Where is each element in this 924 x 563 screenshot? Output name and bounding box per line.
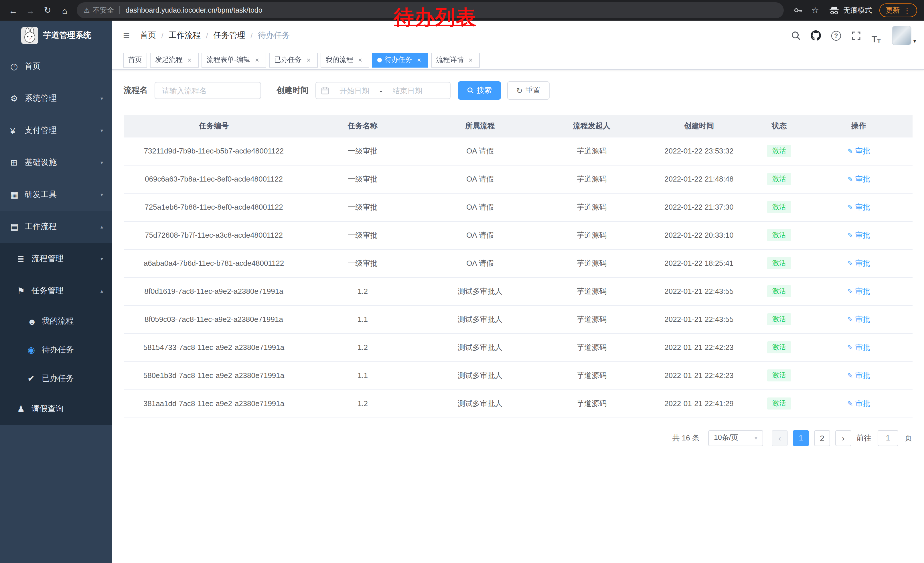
- close-icon[interactable]: ×: [253, 56, 261, 64]
- breadcrumb-home[interactable]: 首页: [140, 30, 156, 41]
- breadcrumb-workflow[interactable]: 工作流程: [169, 30, 201, 41]
- tab-start-process[interactable]: 发起流程 ×: [150, 53, 199, 67]
- action-cell: ✎审批: [805, 249, 912, 277]
- sidebar-item-payment[interactable]: ¥ 支付管理 ▾: [0, 114, 112, 147]
- approve-link[interactable]: ✎审批: [847, 314, 870, 324]
- app-logo[interactable]: 芋道管理系统: [0, 21, 112, 50]
- address-bar[interactable]: ⚠ 不安全 dashboard.yudao.iocoder.cn/bpm/tas…: [77, 2, 784, 18]
- approve-link[interactable]: ✎审批: [847, 202, 870, 212]
- page-size-select[interactable]: 10条/页 ▾: [708, 430, 763, 446]
- browser-back-icon[interactable]: ←: [6, 3, 21, 18]
- approve-link[interactable]: ✎审批: [847, 342, 870, 353]
- sidebar-item-workflow[interactable]: ▤ 工作流程 ▴: [0, 211, 112, 243]
- sidebar-item-label: 已办任务: [42, 374, 74, 384]
- sidebar-item-label: 我的流程: [42, 316, 74, 326]
- col-task-name: 任务名称: [304, 115, 422, 137]
- approve-link[interactable]: ✎审批: [847, 230, 870, 240]
- approve-link[interactable]: ✎审批: [847, 174, 870, 184]
- tab-process-detail[interactable]: 流程详情 ×: [431, 53, 480, 67]
- next-page-button[interactable]: ›: [835, 430, 851, 446]
- process-name-input[interactable]: [154, 82, 261, 99]
- tab-home[interactable]: 首页: [123, 53, 147, 67]
- sidebar-item-my-process[interactable]: ☻ 我的流程: [0, 307, 112, 336]
- close-icon[interactable]: ×: [356, 56, 364, 64]
- edit-icon: ✎: [847, 371, 853, 380]
- date-range-picker[interactable]: -: [315, 82, 450, 99]
- done-check-icon: ✔: [27, 374, 42, 384]
- table-row: a6aba0a4-7b6d-11ec-b781-acde48001122 一级审…: [124, 249, 912, 277]
- process-cell: 测试多审批人: [422, 389, 539, 417]
- fullscreen-icon[interactable]: [848, 27, 864, 44]
- reset-button[interactable]: ↻ 重置: [507, 81, 550, 100]
- close-icon[interactable]: ×: [304, 56, 313, 64]
- approve-link[interactable]: ✎审批: [847, 370, 870, 381]
- sidebar-item-label: 系统管理: [25, 93, 57, 104]
- sidebar-item-task-management[interactable]: ⚑ 任务管理 ▴: [0, 275, 112, 307]
- search-icon[interactable]: [788, 27, 804, 44]
- tab-process-form-edit[interactable]: 流程表单-编辑 ×: [201, 53, 266, 67]
- prev-page-button[interactable]: ‹: [772, 430, 788, 446]
- chevron-down-icon: ▾: [100, 96, 103, 101]
- sidebar-item-home[interactable]: ◷ 首页: [0, 50, 112, 83]
- sidebar-item-devtools[interactable]: ▦ 研发工具 ▾: [0, 179, 112, 211]
- created-cell: 2022-01-22 21:48:48: [645, 165, 753, 193]
- approve-link[interactable]: ✎审批: [847, 286, 870, 296]
- sidebar-item-todo-tasks[interactable]: ◉ 待办任务: [0, 336, 112, 364]
- sidebar-toggle-icon[interactable]: ≡: [118, 29, 135, 42]
- process-name-label: 流程名: [124, 86, 148, 96]
- initiator-cell: 芋道源码: [539, 389, 645, 417]
- browser-menu-icon[interactable]: ⋮: [903, 6, 911, 15]
- user-menu[interactable]: ▾: [892, 26, 916, 45]
- process-cell: 测试多审批人: [422, 277, 539, 305]
- table-row: 8f059c03-7ac8-11ec-a9e2-a2380e71991a 1.1…: [124, 305, 912, 333]
- sidebar-item-done-tasks[interactable]: ✔ 已办任务: [0, 364, 112, 393]
- status-cell: 激活: [753, 221, 805, 249]
- page-button-1[interactable]: 1: [793, 430, 809, 446]
- eye-icon: ◉: [27, 345, 42, 355]
- sidebar-item-process-management[interactable]: ≣ 流程管理 ▾: [0, 243, 112, 275]
- sidebar-item-leave-query[interactable]: ♟ 请假查询: [0, 393, 112, 425]
- action-cell: ✎审批: [805, 137, 912, 165]
- avatar[interactable]: [892, 26, 912, 45]
- password-key-icon[interactable]: [791, 6, 805, 15]
- close-icon[interactable]: ×: [415, 56, 423, 64]
- process-cell: OA 请假: [422, 193, 539, 221]
- breadcrumb-task-management[interactable]: 任务管理: [213, 30, 245, 41]
- sidebar-item-system[interactable]: ⚙ 系统管理 ▾: [0, 83, 112, 114]
- font-size-icon[interactable]: TT: [868, 27, 884, 44]
- tab-done-tasks[interactable]: 已办任务 ×: [269, 53, 318, 67]
- approve-link[interactable]: ✎审批: [847, 398, 870, 408]
- browser-home-icon[interactable]: ⌂: [57, 3, 72, 18]
- close-icon[interactable]: ×: [466, 56, 475, 64]
- search-button-label: 搜索: [477, 86, 492, 96]
- browser-reload-icon[interactable]: ↻: [40, 3, 55, 18]
- tab-my-process[interactable]: 我的流程 ×: [321, 53, 369, 67]
- help-icon[interactable]: ?: [828, 27, 844, 44]
- bookmark-star-icon[interactable]: ☆: [808, 5, 822, 15]
- search-button[interactable]: 搜索: [458, 81, 501, 100]
- sidebar-item-infrastructure[interactable]: ⊞ 基础设施 ▾: [0, 147, 112, 179]
- not-secure-label: 不安全: [93, 6, 114, 15]
- goto-page-input[interactable]: [878, 430, 898, 446]
- logo-rabbit-icon: [21, 27, 38, 44]
- tab-todo-tasks[interactable]: 待办任务 ×: [372, 53, 428, 67]
- sidebar-item-label: 流程管理: [32, 254, 63, 264]
- end-date-input[interactable]: [383, 86, 431, 95]
- page-button-2[interactable]: 2: [814, 430, 830, 446]
- status-badge: 激活: [767, 173, 791, 185]
- start-date-input[interactable]: [330, 86, 378, 95]
- browser-forward-icon[interactable]: →: [23, 3, 38, 18]
- tags-view: 首页 发起流程 × 流程表单-编辑 × 已办任务 × 我的流程 ×: [112, 50, 924, 70]
- initiator-cell: 芋道源码: [539, 165, 645, 193]
- table-row: 069c6a63-7b8a-11ec-8ef0-acde48001122 一级审…: [124, 165, 912, 193]
- filter-bar: 流程名 创建时间 - 搜索: [124, 81, 912, 100]
- font-size-small: T: [878, 38, 881, 44]
- github-icon[interactable]: [808, 27, 824, 44]
- status-cell: 激活: [753, 277, 805, 305]
- close-icon[interactable]: ×: [186, 56, 194, 64]
- breadcrumb-current: 待办任务: [258, 30, 290, 41]
- approve-label: 审批: [855, 202, 870, 212]
- update-button[interactable]: 更新 ⋮: [879, 3, 917, 17]
- approve-link[interactable]: ✎审批: [847, 146, 870, 156]
- approve-link[interactable]: ✎审批: [847, 258, 870, 268]
